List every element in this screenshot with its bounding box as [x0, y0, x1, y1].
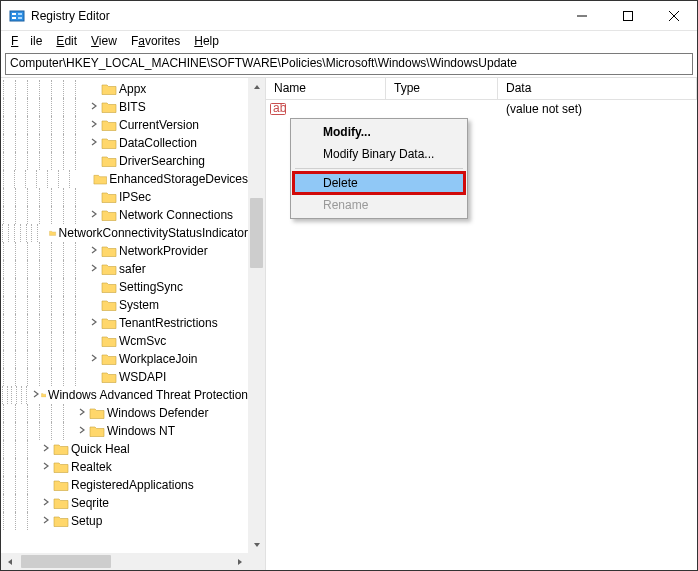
tree[interactable]: AppxBITSCurrentVersionDataCollectionDriv… — [1, 78, 248, 553]
tree-item-label: Windows Advanced Threat Protection — [48, 388, 248, 402]
tree-item[interactable]: WSDAPI — [1, 368, 248, 386]
tree-item-label: SettingSync — [119, 280, 183, 294]
tree-item[interactable]: TenantRestrictions — [1, 314, 248, 332]
menubar: File Edit View Favorites Help — [1, 31, 697, 51]
tree-item[interactable]: SettingSync — [1, 278, 248, 296]
expand-chevron-icon[interactable] — [87, 101, 101, 113]
expand-chevron-icon[interactable] — [75, 407, 89, 419]
context-menu-modify[interactable]: Modify... — [293, 121, 465, 143]
tree-item-label: IPSec — [119, 190, 151, 204]
tree-item[interactable]: Appx — [1, 80, 248, 98]
context-menu-delete[interactable]: Delete — [293, 172, 465, 194]
titlebar: Registry Editor — [1, 1, 697, 31]
expand-chevron-icon[interactable] — [87, 119, 101, 131]
expand-chevron-icon[interactable] — [39, 461, 53, 473]
tree-item[interactable]: DataCollection — [1, 134, 248, 152]
svg-rect-3 — [18, 13, 22, 15]
tree-item[interactable]: Windows Defender — [1, 404, 248, 422]
tree-item[interactable]: Windows NT — [1, 422, 248, 440]
tree-item-label: System — [119, 298, 159, 312]
expand-chevron-icon[interactable] — [87, 353, 101, 365]
scroll-down-button[interactable] — [248, 536, 265, 553]
tree-item[interactable]: NetworkConnectivityStatusIndicator — [1, 224, 248, 242]
tree-item[interactable]: Seqrite — [1, 494, 248, 512]
list-header: Name Type Data — [266, 78, 697, 100]
close-button[interactable] — [651, 1, 697, 30]
expand-chevron-icon[interactable] — [87, 209, 101, 221]
svg-rect-1 — [12, 13, 16, 15]
tree-item-label: TenantRestrictions — [119, 316, 218, 330]
maximize-button[interactable] — [605, 1, 651, 30]
scroll-right-button[interactable] — [231, 553, 248, 570]
svg-rect-0 — [10, 11, 24, 21]
tree-item[interactable]: Quick Heal — [1, 440, 248, 458]
tree-item[interactable]: safer — [1, 260, 248, 278]
tree-item-label: WSDAPI — [119, 370, 166, 384]
expand-chevron-icon[interactable] — [87, 317, 101, 329]
expand-chevron-icon[interactable] — [87, 263, 101, 275]
tree-item-label: Windows NT — [107, 424, 175, 438]
tree-item-label: DataCollection — [119, 136, 197, 150]
tree-item-label: EnhancedStorageDevices — [109, 172, 248, 186]
minimize-button[interactable] — [559, 1, 605, 30]
menu-help[interactable]: Help — [188, 32, 225, 50]
svg-rect-4 — [18, 17, 22, 19]
tree-item-label: Seqrite — [71, 496, 109, 510]
value-data: (value not set) — [498, 102, 697, 116]
scroll-thumb[interactable] — [250, 198, 263, 268]
menu-edit[interactable]: Edit — [50, 32, 83, 50]
svg-rect-6 — [624, 11, 633, 20]
tree-horizontal-scrollbar[interactable] — [1, 553, 248, 570]
tree-item-label: RegisteredApplications — [71, 478, 194, 492]
tree-item[interactable]: Network Connections — [1, 206, 248, 224]
tree-item[interactable]: IPSec — [1, 188, 248, 206]
tree-item-label: Windows Defender — [107, 406, 208, 420]
expand-chevron-icon[interactable] — [39, 515, 53, 527]
column-header-name[interactable]: Name — [266, 78, 386, 99]
tree-item[interactable]: NetworkProvider — [1, 242, 248, 260]
tree-item-label: Quick Heal — [71, 442, 130, 456]
tree-item[interactable]: BITS — [1, 98, 248, 116]
tree-item[interactable]: EnhancedStorageDevices — [1, 170, 248, 188]
column-header-type[interactable]: Type — [386, 78, 498, 99]
expand-chevron-icon[interactable] — [87, 137, 101, 149]
tree-panel: AppxBITSCurrentVersionDataCollectionDriv… — [1, 78, 266, 570]
scroll-left-button[interactable] — [1, 553, 18, 570]
context-menu-rename[interactable]: Rename — [293, 194, 465, 216]
expand-chevron-icon[interactable] — [39, 443, 53, 455]
expand-chevron-icon[interactable] — [31, 389, 41, 401]
tree-item-label: Network Connections — [119, 208, 233, 222]
context-menu-separator — [295, 168, 463, 169]
scroll-up-button[interactable] — [248, 78, 265, 95]
tree-item[interactable]: WorkplaceJoin — [1, 350, 248, 368]
context-menu-modify-binary[interactable]: Modify Binary Data... — [293, 143, 465, 165]
tree-item-label: WcmSvc — [119, 334, 166, 348]
tree-item[interactable]: DriverSearching — [1, 152, 248, 170]
expand-chevron-icon[interactable] — [39, 497, 53, 509]
expand-chevron-icon[interactable] — [75, 425, 89, 437]
tree-item-label: NetworkConnectivityStatusIndicator — [59, 226, 248, 240]
tree-vertical-scrollbar[interactable] — [248, 78, 265, 553]
column-header-data[interactable]: Data — [498, 78, 697, 99]
registry-value-row[interactable]: ab (value not set) — [266, 100, 697, 118]
string-value-icon: ab — [270, 101, 286, 117]
tree-item[interactable]: Realtek — [1, 458, 248, 476]
tree-item-label: NetworkProvider — [119, 244, 208, 258]
tree-item[interactable]: Windows Advanced Threat Protection — [1, 386, 248, 404]
tree-item[interactable]: RegisteredApplications — [1, 476, 248, 494]
scroll-thumb-h[interactable] — [21, 555, 111, 568]
tree-item[interactable]: WcmSvc — [1, 332, 248, 350]
list-panel: Name Type Data ab (value not set) Modify… — [266, 78, 697, 570]
menu-file[interactable]: File — [5, 32, 48, 50]
tree-item-label: BITS — [119, 100, 146, 114]
tree-item-label: Setup — [71, 514, 102, 528]
menu-view[interactable]: View — [85, 32, 123, 50]
svg-text:ab: ab — [273, 101, 286, 115]
address-bar[interactable]: Computer\HKEY_LOCAL_MACHINE\SOFTWARE\Pol… — [5, 53, 693, 75]
tree-item-label: Realtek — [71, 460, 112, 474]
menu-favorites[interactable]: Favorites — [125, 32, 186, 50]
expand-chevron-icon[interactable] — [87, 245, 101, 257]
tree-item[interactable]: System — [1, 296, 248, 314]
tree-item[interactable]: Setup — [1, 512, 248, 530]
tree-item[interactable]: CurrentVersion — [1, 116, 248, 134]
